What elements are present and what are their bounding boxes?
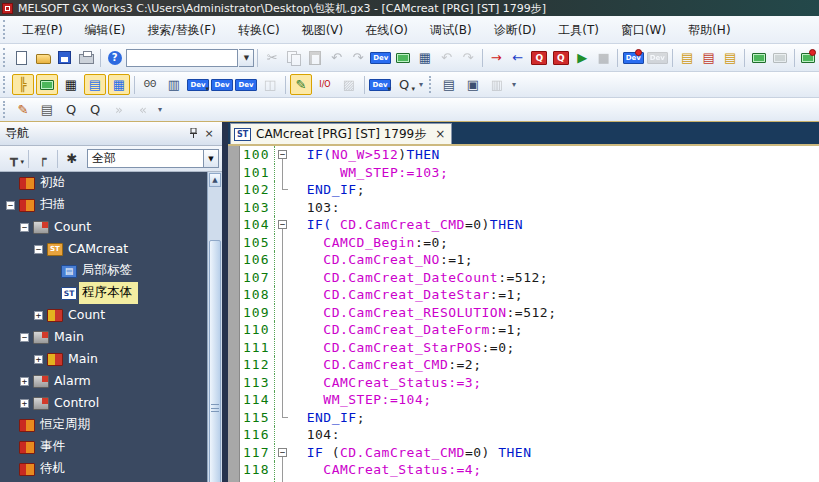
expand-icon[interactable]: + (20, 399, 29, 408)
menu-item[interactable]: 转换(C) (227, 17, 291, 43)
collapse-icon[interactable]: − (6, 201, 15, 210)
write-to-plc-icon[interactable]: → (487, 47, 506, 68)
code-line[interactable]: 102 END_IF; (228, 181, 819, 199)
verify-with-plc-icon[interactable]: Q (530, 47, 549, 68)
expand-icon[interactable]: + (34, 355, 43, 364)
tree-item-Count[interactable]: +Count (0, 304, 222, 326)
tree-item-[interactable]: ST程序本体 (0, 282, 222, 304)
find-icon[interactable]: ΘΘ (139, 74, 161, 95)
code-line[interactable]: 119 WM_STEP:=105; (228, 479, 819, 482)
code-line[interactable]: 100− IF(NO_W>512)THEN (228, 146, 819, 164)
fold-collapse-icon[interactable]: − (275, 444, 290, 462)
scrollbar-thumb[interactable] (209, 240, 221, 482)
tab-camcreat[interactable]: ST CAMcreat [PRG] [ST] 1799步 × (230, 123, 452, 144)
expand-icon[interactable]: + (20, 377, 29, 386)
simulation-monitor-icon[interactable] (394, 47, 413, 68)
tree-scrollbar[interactable]: ▲ (207, 172, 222, 482)
search-device-combo[interactable] (126, 49, 238, 67)
menubar-grip[interactable] (3, 20, 8, 39)
tree-collapse-icon[interactable]: ┍ (33, 149, 53, 168)
code-line[interactable]: 101 WM_STEP:=103; (228, 164, 819, 182)
convert-all-icon[interactable]: ▤ (36, 99, 58, 120)
device-monitor-icon[interactable]: Dev (622, 47, 644, 68)
navigation-window-icon[interactable]: ╠ (12, 74, 34, 95)
outline-view-icon[interactable]: ▤ (84, 74, 106, 95)
collapse-icon[interactable]: − (20, 223, 29, 232)
code-line[interactable]: 112 CD.CamCreat_CMD:=2; (228, 356, 819, 374)
selection-margin[interactable] (228, 146, 240, 482)
help-icon[interactable]: ? (105, 47, 124, 68)
code-line[interactable]: 111 CD.CamCreat_StarPOS:=0; (228, 339, 819, 357)
toolbar-grip[interactable] (3, 101, 8, 117)
read-from-plc-icon[interactable]: ← (508, 47, 527, 68)
open-project-icon[interactable] (33, 47, 52, 68)
module-configuration-icon[interactable]: ▦ (60, 74, 82, 95)
verify-result-icon[interactable]: Q (551, 47, 570, 68)
toolbar-overflow-icon[interactable]: ▾ (416, 80, 426, 89)
code-line[interactable]: 106 CD.CamCreat_NO:=1; (228, 251, 819, 269)
code-line[interactable]: 107 CD.CamCreat_DateCount:=512; (228, 269, 819, 287)
tree-filter-dropdown[interactable]: 全部 ▼ (87, 149, 219, 168)
expand-icon[interactable]: + (34, 311, 43, 320)
tree-item-[interactable]: ▤局部标签 (0, 260, 222, 282)
element-selection-icon[interactable] (36, 74, 58, 95)
toolbar-overflow-icon[interactable]: ▾ (509, 80, 519, 89)
menu-item[interactable]: 工程(P) (11, 17, 74, 43)
menu-item[interactable]: 编辑(E) (74, 17, 137, 43)
tree-item-[interactable]: 恒定周期 (0, 414, 222, 436)
syntax-check-icon[interactable]: Q (84, 99, 106, 120)
monitor-start-icon[interactable]: ▶ (572, 47, 591, 68)
device-entry-icon[interactable]: Dev (211, 74, 233, 95)
comment-batch-icon[interactable]: ▤ (720, 47, 739, 68)
menu-item[interactable]: 窗口(W) (610, 17, 677, 43)
device-display-icon[interactable]: Dev (369, 74, 391, 95)
comment-edit-icon[interactable]: ▤ (699, 47, 718, 68)
tree-item-Alarm[interactable]: +Alarm (0, 370, 222, 392)
grid-view-icon[interactable]: ▦ (108, 74, 130, 95)
tree-item-[interactable]: 初始 (0, 172, 222, 194)
code-line[interactable]: 116 104: (228, 426, 819, 444)
menu-item[interactable]: 帮助(H) (677, 17, 741, 43)
comment-display-icon[interactable]: ▤ (677, 47, 696, 68)
fold-collapse-icon[interactable]: − (275, 216, 290, 234)
menu-item[interactable]: 在线(O) (354, 17, 419, 43)
code-line[interactable]: 108 CD.CamCreat_DateStar:=1; (228, 286, 819, 304)
code-line[interactable]: 113 CAMCreat_Status:=3; (228, 374, 819, 392)
tree-settings-icon[interactable]: ✱ (62, 149, 82, 168)
save-project-icon[interactable] (55, 47, 74, 68)
tree-sort-icon[interactable]: ┳ (4, 149, 24, 168)
device-write-icon[interactable]: Dev (370, 47, 392, 68)
tree-item-[interactable]: −扫描 (0, 194, 222, 216)
code-line[interactable]: 117− IF (CD.CamCreat_CMD=0) THEN (228, 444, 819, 462)
tree-item-Control[interactable]: +Control (0, 392, 222, 414)
pin-icon[interactable] (185, 127, 201, 141)
code-line[interactable]: 104− IF( CD.CamCreat_CMD=0)THEN (228, 216, 819, 234)
st-code-editor[interactable]: 100− IF(NO_W>512)THEN101 WM_STEP:=103;10… (228, 146, 819, 482)
chevron-down-icon[interactable]: ▼ (239, 49, 254, 67)
toolbar-grip[interactable] (3, 76, 8, 94)
collapse-icon[interactable]: − (34, 245, 43, 254)
toolbar-grip[interactable] (429, 76, 434, 94)
code-line[interactable]: 114 WM_STEP:=104; (228, 391, 819, 409)
toolbar-overflow-icon[interactable]: ▾ (155, 105, 165, 114)
tree-item-Count[interactable]: −Count (0, 216, 222, 238)
remote-run-icon[interactable] (749, 47, 768, 68)
find-replace-window-icon[interactable]: ▥ (163, 74, 185, 95)
collapse-icon[interactable]: − (20, 333, 29, 342)
code-line[interactable]: 115 END_IF; (228, 409, 819, 427)
tree-item-[interactable]: 事件 (0, 436, 222, 458)
code-line[interactable]: 103 103: (228, 199, 819, 217)
menu-item[interactable]: 调试(B) (419, 17, 483, 43)
tab-close-icon[interactable]: × (435, 128, 445, 140)
print-icon[interactable] (76, 47, 95, 68)
tree-item-CAMcreat[interactable]: −STCAMcreat (0, 238, 222, 260)
code-line[interactable]: 109 CD.CamCreat_RESOLUTION:=512; (228, 304, 819, 322)
menu-item[interactable]: 搜索/替换(F) (137, 17, 227, 43)
scroll-up-icon[interactable]: ▲ (209, 173, 221, 187)
fold-collapse-icon[interactable]: − (275, 146, 290, 164)
code-line[interactable]: 118 CAMCreat_Status:=4; (228, 461, 819, 479)
menu-item[interactable]: 诊断(D) (483, 17, 548, 43)
convert-icon[interactable]: ✎ (12, 99, 34, 120)
menu-item[interactable]: 视图(V) (291, 17, 355, 43)
zoom-tool-icon[interactable]: Q (393, 74, 415, 95)
